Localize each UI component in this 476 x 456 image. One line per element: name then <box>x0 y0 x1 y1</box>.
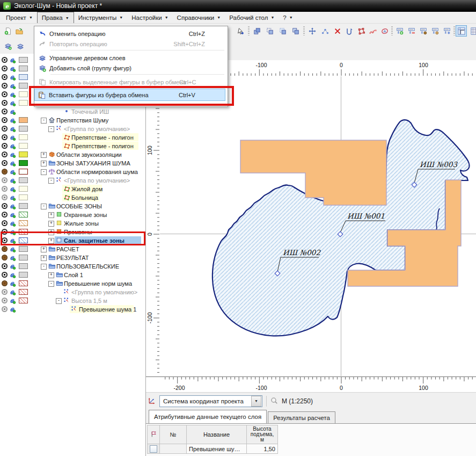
layer-color-swatch[interactable] <box>19 220 28 226</box>
layer-color-swatch[interactable] <box>19 203 28 209</box>
menubar-item-5[interactable]: Справочники▼ <box>173 12 225 23</box>
layer-color-swatch[interactable] <box>19 194 28 200</box>
expand-icon[interactable]: + <box>41 255 47 261</box>
visibility-eye-icon[interactable] <box>2 57 8 63</box>
source-fill-icon[interactable] <box>429 25 441 37</box>
visibility-eye-icon[interactable] <box>2 143 8 149</box>
visibility-eye-icon[interactable] <box>2 298 8 303</box>
layer-label[interactable]: Превышение норм шума <box>62 280 134 287</box>
layer-row-превышение-шума-1[interactable]: Превышение шума 1 <box>0 305 145 314</box>
layer-color-swatch[interactable] <box>19 160 28 166</box>
add-layer-icon[interactable] <box>2 40 13 52</box>
visibility-eye-icon[interactable] <box>2 134 8 140</box>
edit-nodes-icon[interactable] <box>319 25 331 37</box>
edit-lock-icon[interactable] <box>9 65 16 73</box>
visibility-eye-icon[interactable] <box>2 91 8 97</box>
edit-lock-icon[interactable] <box>9 194 16 202</box>
rotate-shape-icon[interactable] <box>379 25 390 37</box>
layer-row-жилые-зоны[interactable]: +Жилые зоны <box>0 219 145 228</box>
shape-intersect-icon[interactable] <box>277 25 288 37</box>
layer-label[interactable]: Жилой дом <box>70 185 104 193</box>
visibility-eye-icon[interactable] <box>2 126 8 132</box>
layer-label[interactable]: Сан. защитные зоны <box>62 237 126 244</box>
layer-row-препятствие-полигон[interactable]: Препятствие - полигон <box>0 142 145 150</box>
layer-color-swatch[interactable] <box>19 126 28 132</box>
shape-front-icon[interactable] <box>251 25 262 37</box>
row-selector-cell[interactable] <box>148 444 160 454</box>
layer-color-swatch[interactable] <box>19 100 28 106</box>
visibility-eye-icon[interactable] <box>2 194 8 200</box>
visibility-eye-icon[interactable] <box>2 255 8 260</box>
visibility-eye-icon[interactable] <box>2 169 8 175</box>
menu-item-1[interactable]: Отменить операциюCtrl+Z <box>35 28 224 39</box>
layer-color-swatch[interactable] <box>19 246 28 252</box>
layer-label[interactable]: Охранные зоны <box>62 211 108 219</box>
layer-color-swatch[interactable] <box>19 74 28 80</box>
column-header-1[interactable]: № <box>160 425 187 444</box>
menubar-item-6[interactable]: Рабочий стол▼ <box>225 12 279 23</box>
layer-label[interactable]: РАСЧЕТ <box>55 245 81 253</box>
expand-icon[interactable]: + <box>48 272 54 278</box>
draw-polygon-icon[interactable] <box>355 25 367 37</box>
collapse-icon[interactable]: - <box>56 298 62 304</box>
layer-color-swatch[interactable] <box>19 134 28 140</box>
layer-color-swatch[interactable] <box>19 143 28 149</box>
layer-color-swatch[interactable] <box>19 169 28 175</box>
layer-row-результат[interactable]: +РЕЗУЛЬТАТ <box>0 254 145 262</box>
source-remove-icon[interactable] <box>406 25 417 37</box>
layer-label[interactable]: <Группа по умолчанию> <box>62 125 131 133</box>
layer-row--группа-по-умолчанию-[interactable]: -<Группа по умолчанию> <box>0 125 145 133</box>
edit-lock-icon[interactable] <box>9 125 16 133</box>
edit-lock-icon[interactable] <box>9 280 16 288</box>
collapse-icon[interactable]: - <box>41 264 47 270</box>
edit-lock-icon[interactable] <box>9 220 16 228</box>
layer-row-расчет[interactable]: +РАСЧЕТ <box>0 245 145 254</box>
layer-label[interactable]: Области нормирования шума <box>55 168 140 176</box>
layer-color-swatch[interactable] <box>19 289 28 295</box>
visibility-eye-icon[interactable] <box>2 177 8 183</box>
visibility-eye-icon[interactable] <box>2 100 8 106</box>
visibility-eye-icon[interactable] <box>2 263 8 269</box>
layer-row-точечный-иш[interactable]: Точечный ИШ <box>0 107 145 116</box>
menubar-item-7[interactable]: ?▼ <box>279 12 297 23</box>
visibility-eye-icon[interactable] <box>2 160 8 166</box>
layer-color-swatch[interactable] <box>19 83 28 89</box>
tab-calculation-results[interactable]: Результаты расчета <box>268 411 335 423</box>
edit-lock-icon[interactable] <box>9 245 16 254</box>
visibility-eye-icon[interactable] <box>2 229 8 235</box>
layer-color-swatch[interactable] <box>19 280 28 286</box>
layer-row-высота-1-5-м[interactable]: -Высота 1,5 м <box>0 296 145 305</box>
edit-lock-icon[interactable] <box>9 271 16 279</box>
column-header-2[interactable]: Название <box>187 425 247 444</box>
rulers-toggle-icon[interactable] <box>456 25 467 37</box>
layer-label[interactable]: ПОЛЬЗОВАТЕЛЬСКИЕ <box>55 263 121 270</box>
layer-row-области-звукоизоляции[interactable]: +Области звукоизоляции <box>0 150 145 159</box>
layer-label[interactable]: Жилые зоны <box>62 220 100 227</box>
visibility-eye-icon[interactable] <box>2 83 8 89</box>
coordinate-system-select[interactable]: Система координат проекта ▼ <box>159 395 262 407</box>
collapse-icon[interactable]: - <box>41 118 47 124</box>
edit-lock-icon[interactable] <box>9 168 16 176</box>
layer-color-swatch[interactable] <box>19 91 28 97</box>
layer-color-swatch[interactable] <box>19 117 28 123</box>
collapse-icon[interactable]: - <box>48 178 54 184</box>
edit-lock-icon[interactable] <box>9 211 16 219</box>
edit-lock-icon[interactable] <box>9 263 16 271</box>
grid-toggle-icon[interactable] <box>468 25 476 37</box>
layer-label[interactable]: Препятствие - полигон <box>70 142 135 150</box>
edit-lock-icon[interactable] <box>9 117 16 125</box>
layer-label[interactable]: ОСОБЫЕ ЗОНЫ <box>55 202 104 210</box>
visibility-eye-icon[interactable] <box>2 246 8 252</box>
layer-label[interactable]: Препятствие - полигон <box>70 134 135 141</box>
expand-icon[interactable]: + <box>48 238 54 244</box>
layer-row-охранные-зоны[interactable]: +Охранные зоны <box>0 211 145 219</box>
layer-row-препятствие-полигон[interactable]: Препятствие - полигон <box>0 133 145 142</box>
visibility-eye-icon[interactable] <box>2 151 8 157</box>
layer-color-swatch[interactable] <box>19 66 28 71</box>
select-area-icon[interactable] <box>343 25 355 37</box>
collapse-icon[interactable]: - <box>48 126 54 132</box>
layers-tree-icon[interactable] <box>14 40 26 52</box>
shape-union-icon[interactable] <box>290 25 301 37</box>
menubar-item-1[interactable]: Проект▼ <box>2 12 37 23</box>
expand-icon[interactable]: + <box>48 221 54 227</box>
